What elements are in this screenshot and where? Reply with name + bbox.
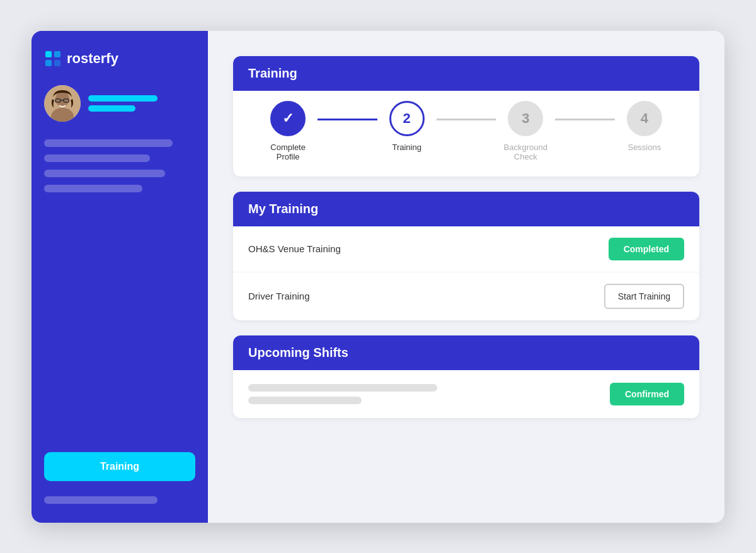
- connector-2-3: [437, 119, 496, 120]
- training-name-driver: Driver Training: [248, 291, 310, 301]
- rosterfy-logo-icon: [44, 50, 62, 67]
- training-name-ohs: OH&S Venue Training: [248, 243, 341, 254]
- nav-bar-bottom[interactable]: [44, 496, 158, 504]
- step-background-check: 3 Background Check: [496, 101, 555, 161]
- upcoming-shifts-header: Upcoming Shifts: [233, 335, 699, 370]
- shift-bar-short: [248, 397, 362, 404]
- step-circle-4: 4: [627, 101, 662, 136]
- step-label-4: Sessions: [627, 143, 661, 152]
- avatar-image: [44, 85, 81, 122]
- upcoming-shifts-card: Upcoming Shifts Confirmed: [233, 335, 699, 418]
- svg-rect-3: [54, 60, 60, 66]
- my-training-card: My Training OH&S Venue Training Complete…: [233, 192, 699, 320]
- upcoming-shifts-title: Upcoming Shifts: [248, 346, 348, 359]
- ohs-completed-button[interactable]: Completed: [609, 238, 684, 260]
- step-label-1: Complete Profile: [258, 143, 318, 161]
- shift-row-1: Confirmed: [248, 383, 684, 405]
- svg-rect-2: [45, 60, 52, 66]
- nav-bar-1[interactable]: [44, 139, 173, 147]
- step-complete-profile: ✓ Complete Profile: [258, 101, 318, 161]
- logo-text: rosterfy: [67, 50, 118, 67]
- step-label-3: Background Check: [496, 143, 555, 161]
- shift-confirmed-button[interactable]: Confirmed: [610, 383, 684, 405]
- step-circle-1: ✓: [270, 101, 306, 136]
- user-role-bar: [88, 105, 135, 112]
- step-label-2: Training: [392, 143, 421, 152]
- app-container: rosterfy: [32, 31, 724, 523]
- step-sessions: 4 Sessions: [615, 101, 674, 152]
- svg-rect-1: [54, 51, 60, 57]
- user-name-bar: [88, 95, 158, 102]
- training-progress-card: Training ✓ Complete Profile 2 Training 3: [233, 56, 699, 177]
- stepper: ✓ Complete Profile 2 Training 3 Backgrou…: [233, 91, 699, 177]
- sidebar: rosterfy: [32, 31, 208, 523]
- shifts-body: Confirmed: [233, 370, 699, 418]
- step-training: 2 Training: [377, 101, 437, 152]
- nav-bar-4[interactable]: [44, 185, 142, 192]
- shift-bar-long: [248, 384, 437, 392]
- user-profile: [44, 85, 195, 122]
- nav-active-label: Training: [100, 461, 139, 472]
- step-circle-2: 2: [389, 101, 425, 136]
- my-training-header: My Training: [233, 192, 699, 226]
- main-content: Training ✓ Complete Profile 2 Training 3: [208, 31, 724, 523]
- connector-1-2: [318, 119, 377, 120]
- driver-start-training-button[interactable]: Start Training: [604, 284, 684, 309]
- shift-info: [248, 384, 437, 404]
- avatar: [44, 85, 81, 122]
- svg-rect-0: [45, 51, 52, 57]
- sidebar-logo: rosterfy: [44, 50, 195, 67]
- nav-bar-3[interactable]: [44, 170, 165, 177]
- nav-items: [44, 139, 195, 192]
- training-item-ohs: OH&S Venue Training Completed: [233, 226, 699, 272]
- connector-3-4: [555, 119, 614, 120]
- my-training-title: My Training: [248, 202, 318, 216]
- nav-bar-2[interactable]: [44, 154, 150, 162]
- user-info: [88, 95, 158, 112]
- step-circle-3: 3: [508, 101, 543, 136]
- training-progress-header: Training: [233, 56, 699, 91]
- training-progress-title: Training: [248, 66, 297, 80]
- sidebar-item-training-active[interactable]: Training: [44, 452, 195, 481]
- training-item-driver: Driver Training Start Training: [233, 272, 699, 320]
